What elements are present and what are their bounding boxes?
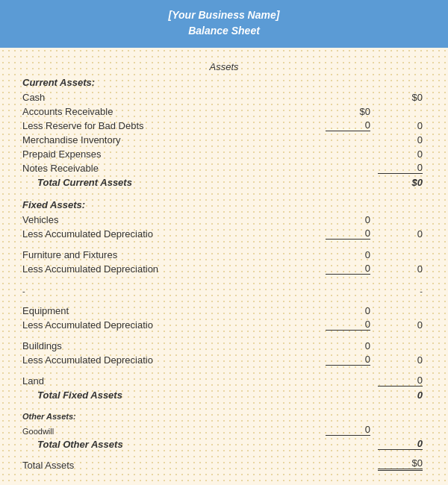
total-assets-col2: $0	[373, 457, 426, 471]
row-less-reserve: Less Reserve for Bad Debts 0 0	[22, 118, 426, 131]
notes-receivable-label: Notes Receivable	[22, 163, 306, 174]
vehicles-col1: 0	[306, 214, 373, 225]
vehicles-depr-col1: 0	[306, 228, 373, 240]
less-reserve-col2: 0	[373, 120, 426, 131]
row-furniture-depr: Less Accumulated Depreciation 0 0	[22, 261, 426, 275]
equipment-col1: 0	[306, 305, 373, 316]
total-current-col2: $0	[373, 177, 426, 188]
total-other-label: Total Other Assets	[22, 439, 306, 450]
vehicles-depr-label: Less Accumulated Depreciatio	[22, 228, 306, 240]
merchandise-col2: 0	[373, 134, 426, 146]
row-vehicles-depr: Less Accumulated Depreciatio 0 0	[22, 226, 426, 240]
equipment-label: Equipment	[22, 305, 306, 316]
row-goodwill: Goodwill 0	[22, 422, 426, 436]
row-land: Land 0	[22, 373, 426, 387]
less-reserve-label: Less Reserve for Bad Debts	[22, 120, 306, 131]
dash-label: -	[22, 287, 306, 295]
current-assets-header: Current Assets:	[22, 77, 426, 88]
row-cash: Cash $0	[22, 90, 426, 103]
goodwill-label: Goodwill	[22, 427, 306, 436]
less-reserve-col1: 0	[306, 119, 373, 131]
prepaid-label: Prepaid Expenses	[22, 148, 306, 160]
buildings-col1: 0	[306, 340, 373, 351]
row-total-other: Total Other Assets 0	[22, 436, 426, 450]
row-furniture: Furniture and Fixtures 0	[22, 247, 426, 260]
header: [Your Business Name] Balance Sheet	[0, 0, 448, 48]
furniture-depr-col1: 0	[306, 263, 373, 275]
furniture-col1: 0	[306, 249, 373, 260]
prepaid-col2: 0	[373, 148, 426, 160]
furniture-label: Furniture and Fixtures	[22, 249, 306, 260]
cash-label: Cash	[22, 92, 306, 103]
row-buildings: Buildings 0	[22, 338, 426, 351]
buildings-depr-col1: 0	[306, 354, 373, 366]
fixed-assets-header: Fixed Assets:	[22, 199, 426, 210]
equipment-depr-col1: 0	[306, 319, 373, 331]
land-label: Land	[22, 375, 306, 387]
land-col2: 0	[373, 375, 426, 387]
business-name: [Your Business Name]	[0, 7, 448, 23]
row-total-current: Total Current Assets $0	[22, 175, 426, 188]
furniture-depr-col2: 0	[373, 263, 426, 275]
furniture-depr-label: Less Accumulated Depreciation	[22, 263, 306, 275]
total-fixed-col2: 0	[373, 389, 426, 401]
row-total-assets: Total Assets $0	[22, 457, 426, 471]
total-fixed-label: Total Fixed Assets	[22, 389, 306, 401]
notes-receivable-col2: 0	[373, 162, 426, 174]
assets-label: Assets	[22, 61, 426, 72]
row-equipment-depr: Less Accumulated Depreciatio 0 0	[22, 317, 426, 331]
vehicles-label: Vehicles	[22, 214, 306, 225]
goodwill-col1: 0	[306, 424, 373, 436]
accounts-receivable-col1: $0	[306, 106, 373, 117]
row-total-fixed: Total Fixed Assets 0	[22, 387, 426, 401]
total-assets-label: Total Assets	[22, 460, 306, 471]
equipment-depr-label: Less Accumulated Depreciatio	[22, 319, 306, 331]
row-buildings-depr: Less Accumulated Depreciatio 0 0	[22, 352, 426, 366]
row-prepaid: Prepaid Expenses 0	[22, 146, 426, 160]
cash-col2: $0	[373, 92, 426, 103]
buildings-depr-label: Less Accumulated Depreciatio	[22, 354, 306, 366]
buildings-depr-col2: 0	[373, 354, 426, 366]
other-assets-header: Other Assets:	[22, 412, 426, 421]
merchandise-label: Merchandise Inventory	[22, 134, 306, 146]
dash-col2: -	[373, 287, 426, 295]
row-equipment: Equipment 0	[22, 303, 426, 316]
row-accounts-receivable: Accounts Receivable $0	[22, 104, 426, 117]
row-notes-receivable: Notes Receivable 0	[22, 160, 426, 174]
vehicles-depr-col2: 0	[373, 228, 426, 240]
row-vehicles: Vehicles 0	[22, 212, 426, 225]
row-dash: - -	[22, 282, 426, 295]
equipment-depr-col2: 0	[373, 319, 426, 331]
row-merchandise: Merchandise Inventory 0	[22, 132, 426, 146]
buildings-label: Buildings	[22, 340, 306, 351]
total-other-col2: 0	[373, 438, 426, 450]
accounts-receivable-label: Accounts Receivable	[22, 106, 306, 117]
total-current-label: Total Current Assets	[22, 177, 306, 188]
sheet-title: Balance Sheet	[0, 23, 448, 39]
balance-sheet: Assets Current Assets: Cash $0 Accounts …	[0, 48, 448, 485]
